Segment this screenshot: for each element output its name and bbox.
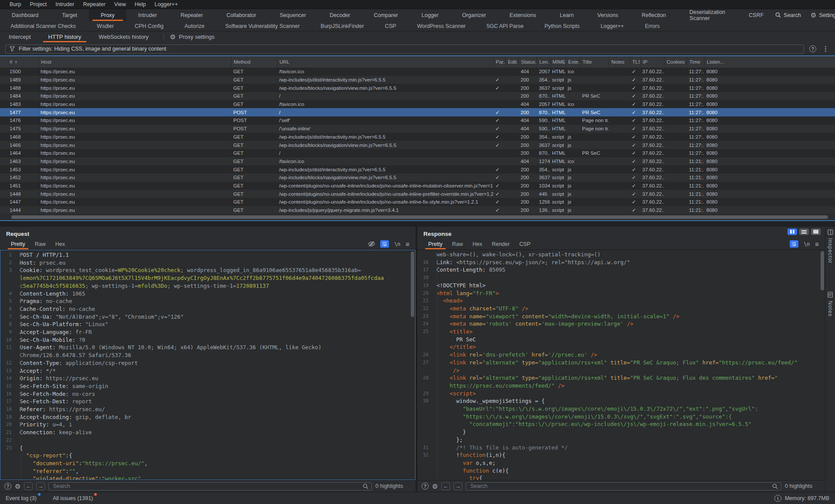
- module-tab[interactable]: Comparer: [362, 9, 410, 21]
- module-tab[interactable]: Repeater: [169, 9, 215, 21]
- search-input-field[interactable]: [469, 483, 772, 490]
- proxy-subtab[interactable]: HTTP history: [40, 31, 90, 42]
- module-tab[interactable]: Extensions: [498, 9, 548, 21]
- view-tab[interactable]: Raw: [30, 238, 51, 249]
- module-tab[interactable]: Deserialization Scanner: [678, 9, 737, 21]
- module-tab[interactable]: CSRF: [737, 9, 775, 21]
- module-tab[interactable]: Versions: [586, 9, 630, 21]
- table-header-cell[interactable]: IP: [640, 56, 664, 68]
- request-editor[interactable]: 1 POST / HTTP/1.1 2 Host: prsec.eu 3 Coo…: [0, 250, 416, 480]
- module-tab[interactable]: Intruder: [126, 9, 169, 21]
- view-tab[interactable]: CSP: [515, 238, 535, 249]
- event-log-button[interactable]: Event log (3): [6, 495, 41, 501]
- extension-tab[interactable]: CPH Config: [124, 21, 174, 31]
- newline-toggle[interactable]: \n: [394, 241, 400, 247]
- request-scrollbar[interactable]: [411, 252, 414, 478]
- notes-tab[interactable]: Notes: [827, 301, 833, 317]
- newline-toggle[interactable]: \n: [804, 241, 810, 247]
- table-header-cell[interactable]: MIME...: [550, 56, 566, 68]
- module-tab[interactable]: Proxy: [89, 9, 126, 21]
- table-row[interactable]: 1477 https://prsec.eu POST / ✓ 200 870..…: [0, 108, 835, 116]
- filter-bar[interactable]: Filter settings: Hiding CSS, image and g…: [5, 44, 804, 54]
- proxy-subtab[interactable]: WebSockets history: [90, 31, 157, 42]
- search-prev-button[interactable]: ←: [24, 482, 33, 490]
- all-issues-button[interactable]: All issues (1391): [53, 495, 97, 501]
- table-header-cell[interactable]: Method: [231, 56, 277, 68]
- table-row[interactable]: 1451 https://prsec.eu GET /wp-content/pl…: [0, 182, 835, 190]
- table-row[interactable]: 1448 https://prsec.eu GET /wp-content/pl…: [0, 190, 835, 198]
- table-header-cell[interactable]: Len...: [537, 56, 550, 68]
- table-row[interactable]: 1463 https://prsec.eu GET /favicon.ico 4…: [0, 157, 835, 166]
- module-tab[interactable]: Sequencer: [268, 9, 317, 21]
- search-settings-icon[interactable]: ⚙: [432, 483, 438, 490]
- search-prev-button[interactable]: ←: [441, 482, 450, 490]
- view-tab[interactable]: Pretty: [423, 238, 447, 249]
- scrollbar-thumb[interactable]: [411, 252, 414, 317]
- extension-tab[interactable]: WordPress Scanner: [406, 21, 476, 31]
- proxy-subtab[interactable]: Intercept: [0, 31, 40, 42]
- search-input[interactable]: [466, 482, 781, 490]
- menu-item[interactable]: Logger++: [150, 1, 182, 7]
- view-tab[interactable]: Hex: [51, 238, 70, 249]
- extension-tab[interactable]: 5GC API Parse: [476, 21, 534, 31]
- table-row[interactable]: 1476 https://prsec.eu POST /'self' ✓ 404…: [0, 116, 835, 125]
- table-header-cell[interactable]: Par...: [493, 56, 505, 68]
- table-row[interactable]: 1468 https://prsec.eu GET /wp-includes/j…: [0, 133, 835, 141]
- extension-tab[interactable]: Python Scripts: [534, 21, 590, 31]
- inspector-tab[interactable]: Inspector: [827, 238, 833, 263]
- module-tab[interactable]: Logger: [410, 9, 450, 21]
- search-input-field[interactable]: [52, 483, 363, 490]
- layout-columns-button[interactable]: [787, 228, 797, 235]
- module-tab[interactable]: Reflection: [630, 9, 678, 21]
- editor-menu-icon[interactable]: ≡: [815, 240, 819, 248]
- table-row[interactable]: 1447 https://prsec.eu GET /wp-content/pl…: [0, 198, 835, 206]
- extension-tab[interactable]: Autorize: [174, 21, 215, 31]
- extension-tab[interactable]: Logger++: [590, 21, 634, 31]
- layout-single-button[interactable]: [811, 228, 821, 235]
- table-row[interactable]: 1452 https://prsec.eu GET /wp-includes/b…: [0, 174, 835, 182]
- extension-tab[interactable]: CSP: [375, 21, 407, 31]
- layout-rows-button[interactable]: [799, 228, 809, 235]
- table-row[interactable]: 1483 https://prsec.eu GET /favicon.ico 4…: [0, 100, 835, 109]
- menu-item[interactable]: Repeater: [78, 1, 109, 7]
- table-header-cell[interactable]: Exte...: [566, 56, 580, 68]
- hide-icon[interactable]: [368, 241, 375, 247]
- table-row[interactable]: 1475 https://prsec.eu POST /'unsafe-inli…: [0, 125, 835, 133]
- table-header-cell[interactable]: Notes: [609, 56, 630, 68]
- scrollbar-thumb[interactable]: [821, 251, 824, 290]
- extension-tab[interactable]: Wsdler: [86, 21, 124, 31]
- table-row[interactable]: 1500 https://prsec.eu GET /favicon.ico 4…: [0, 68, 835, 76]
- help-icon[interactable]: ?: [4, 483, 11, 490]
- inspector-icon[interactable]: [828, 229, 833, 235]
- table-header-cell[interactable]: TLS: [630, 56, 640, 68]
- table-horizontal-scrollbar[interactable]: [0, 215, 835, 220]
- module-tab[interactable]: Learn: [548, 9, 586, 21]
- settings-button[interactable]: ⚙ Settings: [811, 12, 835, 18]
- global-search-button[interactable]: Search: [775, 12, 801, 18]
- help-icon[interactable]: ?: [422, 483, 429, 490]
- view-tab[interactable]: Pretty: [6, 238, 30, 249]
- module-tab[interactable]: Dashboard: [0, 9, 50, 21]
- table-header-cell[interactable]: Host: [38, 56, 231, 68]
- module-tab[interactable]: Collaborator: [215, 9, 268, 21]
- editor-menu-icon[interactable]: ≡: [406, 240, 409, 248]
- extension-tab[interactable]: BurpJSLinkFinder: [310, 21, 374, 31]
- search-input[interactable]: [48, 482, 372, 490]
- table-header-cell[interactable]: # ∨: [3, 56, 38, 68]
- table-row[interactable]: 1464 https://prsec.eu GET / 200 870... H…: [0, 149, 835, 157]
- extension-tab[interactable]: Software Vulnerability Scanner: [215, 21, 310, 31]
- tab-proxy-settings[interactable]: ⚙ Proxy settings: [170, 31, 215, 42]
- table-header-cell[interactable]: Cookies: [664, 56, 687, 68]
- table-row[interactable]: 1453 https://prsec.eu GET /wp-includes/j…: [0, 165, 835, 174]
- table-row[interactable]: 1488 https://prsec.eu GET /wp-includes/b…: [0, 84, 835, 92]
- panel-splitter[interactable]: [0, 221, 835, 227]
- extension-tab[interactable]: Additional Scanner Checks: [0, 21, 86, 31]
- more-options-icon[interactable]: ⋮: [821, 45, 830, 53]
- table-header-cell[interactable]: Status...: [518, 56, 537, 68]
- module-tab[interactable]: Target: [50, 9, 89, 21]
- response-scrollbar[interactable]: [821, 251, 824, 479]
- table-row[interactable]: 1484 https://prsec.eu GET / 200 870... H…: [0, 92, 835, 100]
- extension-tab[interactable]: Errors: [634, 21, 670, 31]
- word-wrap-toggle[interactable]: [380, 240, 389, 248]
- menu-item[interactable]: Help: [130, 1, 150, 7]
